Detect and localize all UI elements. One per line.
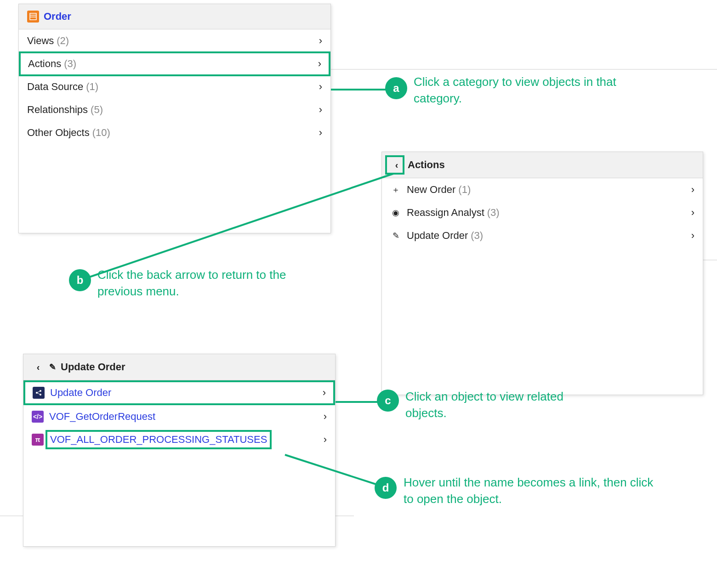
category-count: (2) (54, 35, 69, 47)
svg-line-8 (37, 393, 40, 395)
object-all-statuses[interactable]: π VOF_ALL_ORDER_PROCESSING_STATUSES › (23, 428, 335, 451)
panel-actions-title: Actions (408, 159, 445, 171)
svg-line-7 (37, 391, 40, 393)
category-label: Relationships (27, 104, 88, 116)
panel-update-header: ‹ ✎ Update Order (23, 354, 335, 380)
callout-text-d: Hover until the name becomes a link, the… (404, 474, 661, 508)
order-icon (27, 11, 39, 23)
pi-icon: π (32, 434, 44, 446)
action-new-order[interactable]: ＋ New Order (1) › (382, 178, 703, 201)
panel-actions: ‹ Actions ＋ New Order (1) › ◉ Reassign A… (381, 152, 703, 395)
bg-rule (331, 69, 717, 70)
object-label: VOF_ALL_ORDER_PROCESSING_STATUSES (49, 434, 268, 446)
action-update-order[interactable]: ✎ Update Order (3) › (382, 224, 703, 247)
category-actions[interactable]: Actions (3) › (20, 52, 330, 75)
category-count: (10) (90, 127, 110, 139)
chevron-right-icon: › (313, 81, 322, 93)
chevron-right-icon: › (318, 434, 327, 446)
chevron-right-icon: › (686, 207, 694, 219)
callout-letter: c (385, 394, 391, 407)
chevron-right-icon: › (686, 184, 694, 196)
action-reassign-analyst[interactable]: ◉ Reassign Analyst (3) › (382, 201, 703, 224)
chevron-right-icon: › (313, 58, 321, 70)
action-count: (3) (468, 230, 483, 242)
category-label: Data Source (27, 81, 83, 93)
category-label: Views (27, 35, 54, 47)
category-count: (5) (88, 104, 103, 116)
callout-letter: b (77, 274, 84, 287)
callout-letter: a (393, 82, 399, 95)
chevron-right-icon: › (313, 35, 322, 47)
category-data-source[interactable]: Data Source (1) › (19, 75, 330, 98)
object-label: VOF_GetOrderRequest (49, 411, 155, 423)
callout-letter: d (382, 481, 389, 494)
callout-badge-c: c (377, 390, 399, 412)
callout-badge-a: a (385, 77, 407, 99)
code-icon: </> (32, 411, 44, 423)
panel-order-header: Order (19, 4, 330, 29)
category-label: Actions (28, 58, 61, 70)
edit-icon: ✎ (390, 231, 401, 241)
panel-order-title: Order (44, 11, 71, 23)
bg-rule (703, 260, 717, 260)
object-update-order[interactable]: Update Order › (24, 381, 334, 404)
chevron-right-icon: › (313, 104, 322, 116)
action-label: Reassign Analyst (407, 207, 484, 219)
category-views[interactable]: Views (2) › (19, 29, 330, 52)
callout-text-c: Click an object to view related objects. (405, 388, 571, 422)
callout-badge-d: d (375, 477, 397, 499)
panel-actions-header: ‹ Actions (382, 152, 703, 178)
action-label: Update Order (407, 230, 468, 242)
bg-rule (0, 515, 23, 516)
panel-update-order: ‹ ✎ Update Order Update Order › </> VOF_… (23, 354, 336, 547)
callout-text-b: Click the back arrow to return to the pr… (97, 266, 313, 300)
svg-rect-0 (30, 13, 36, 20)
action-label: New Order (407, 184, 455, 196)
callout-badge-b: b (69, 269, 91, 291)
category-count: (3) (61, 58, 76, 70)
back-button[interactable]: ‹ (390, 158, 403, 171)
chevron-right-icon: › (686, 230, 694, 242)
panel-update-title: Update Order (61, 361, 125, 373)
back-button[interactable]: ‹ (32, 361, 45, 373)
action-count: (1) (455, 184, 471, 196)
user-icon: ◉ (390, 208, 401, 218)
callout-text-a: Click a category to view objects in that… (414, 74, 653, 107)
category-count: (1) (83, 81, 98, 93)
edit-icon: ✎ (49, 362, 56, 372)
panel-order: Order Views (2) › Actions (3) › Data Sou… (18, 4, 331, 233)
chevron-right-icon: › (313, 127, 322, 139)
category-label: Other Objects (27, 127, 90, 139)
chevron-right-icon: › (318, 411, 327, 423)
chevron-right-icon: › (317, 387, 326, 399)
bg-rule (336, 515, 354, 516)
category-other-objects[interactable]: Other Objects (10) › (19, 121, 330, 144)
plus-icon: ＋ (390, 184, 401, 195)
flow-icon (33, 387, 45, 399)
object-label: Update Order (50, 387, 111, 399)
object-get-order-request[interactable]: </> VOF_GetOrderRequest › (23, 405, 335, 428)
action-count: (3) (484, 207, 500, 219)
category-relationships[interactable]: Relationships (5) › (19, 98, 330, 121)
